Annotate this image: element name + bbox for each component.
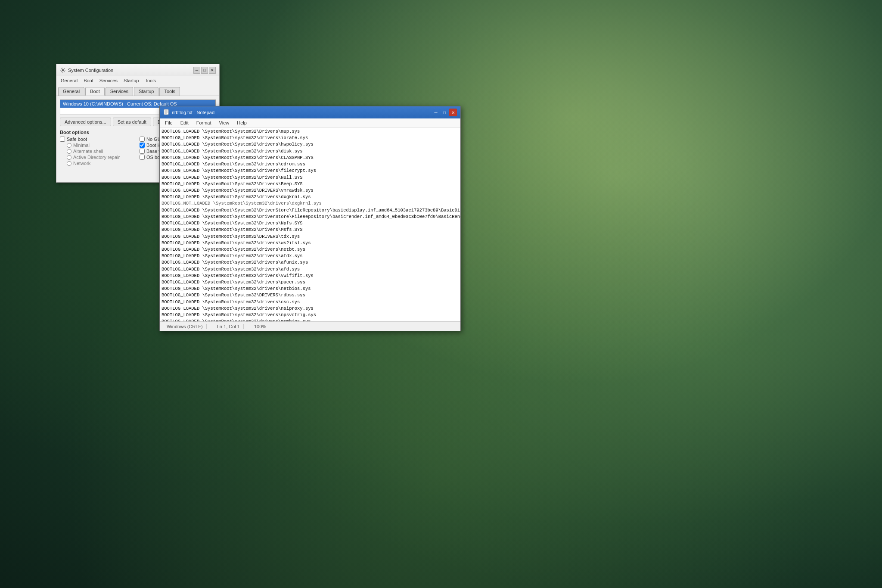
alternate-shell-label: Alternate shell [73,149,103,154]
log-line: BOOTLOG_LOADED \SystemRoot\system32\driv… [161,318,459,321]
safe-boot-row: Safe boot [60,137,136,142]
sysconfig-icon [60,67,66,73]
active-directory-row: Active Directory repair [60,155,136,160]
menu-boot[interactable]: Boot [81,77,96,84]
menu-services[interactable]: Services [97,77,120,84]
network-radio[interactable] [67,161,71,166]
minimal-label: Minimal [73,143,90,148]
sysconfig-titlebar: System Configuration ─ □ ✕ [56,64,219,76]
notepad-content[interactable]: BOOTLOG_LOADED \SystemRoot\System32\Driv… [160,128,460,321]
active-directory-radio[interactable] [67,155,71,160]
notepad-menu-file[interactable]: File [161,119,176,126]
log-line: BOOTLOG_LOADED \SystemRoot\system32\driv… [161,240,459,246]
minimize-button[interactable]: ─ [193,67,200,74]
statusbar-line-col: Ln 1, Col 1 [214,324,244,329]
log-line: BOOTLOG_LOADED \SystemRoot\System32\driv… [161,141,459,148]
active-directory-label: Active Directory repair [73,155,120,160]
log-line: BOOTLOG_LOADED \SystemRoot\System32\Driv… [161,227,459,233]
statusbar-zoom: 100% [251,324,270,329]
notepad-titlebar: ntbtlog.txt - Notepad ─ □ ✕ [160,106,460,118]
log-line: BOOTLOG_LOADED \SystemRoot\system32\DRIV… [161,233,459,240]
sysconfig-menubar: General Boot Services Startup Tools [56,76,219,85]
sysconfig-title: System Configuration [68,68,113,73]
log-line: BOOTLOG_LOADED \SystemRoot\System32\driv… [161,246,459,253]
minimal-row: Minimal [60,143,136,148]
menu-general[interactable]: General [58,77,80,84]
statusbar-encoding: Windows (CRLF) [163,324,207,329]
log-line: BOOTLOG_LOADED \SystemRoot\system32\driv… [161,299,459,305]
notepad-menu-edit[interactable]: Edit [177,119,192,126]
network-label: Network [73,161,90,166]
log-line: BOOTLOG_LOADED \SystemRoot\system32\driv… [161,259,459,266]
svg-point-0 [62,69,64,71]
tab-boot[interactable]: Boot [85,87,105,96]
notepad-controls: ─ □ ✕ [432,109,457,116]
notepad-menu-help[interactable]: Help [233,119,250,126]
log-line: BOOTLOG_LOADED \SystemRoot\system32\driv… [161,279,459,286]
log-line: BOOTLOG_LOADED \SystemRoot\system32\driv… [161,266,459,273]
tab-bar: General Boot Services Startup Tools [56,85,219,96]
log-line: BOOTLOG_LOADED \SystemRoot\system32\driv… [161,253,459,259]
notepad-menu-view[interactable]: View [216,119,233,126]
boot-log-checkbox[interactable] [140,143,145,148]
notepad-window: ntbtlog.txt - Notepad ─ □ ✕ File Edit Fo… [159,106,461,331]
log-line: BOOTLOG_LOADED \SystemRoot\System32\driv… [161,161,459,168]
log-line: BOOTLOG_LOADED \SystemRoot\System32\Driv… [161,207,459,214]
svg-rect-1 [164,109,168,115]
log-line: BOOTLOG_LOADED \SystemRoot\System32\Driv… [161,174,459,181]
boot-left: Safe boot Minimal Alternate shell Active… [60,137,136,167]
tab-startup[interactable]: Startup [134,87,158,96]
network-row: Network [60,161,136,166]
advanced-options-button[interactable]: Advanced options... [60,118,111,126]
log-line: BOOTLOG_LOADED \SystemRoot\system32\driv… [161,155,459,161]
minimal-radio[interactable] [67,143,71,148]
notepad-close-button[interactable]: ✕ [449,109,457,116]
log-line: BOOTLOG_LOADED \SystemRoot\System32\driv… [161,168,459,174]
notepad-title: ntbtlog.txt - Notepad [172,110,214,115]
notepad-minimize-button[interactable]: ─ [432,109,440,116]
log-line: BOOTLOG_LOADED \SystemRoot\system32\driv… [161,305,459,312]
tab-general[interactable]: General [58,87,84,96]
safe-boot-label: Safe boot [67,137,87,142]
alternate-shell-row: Alternate shell [60,149,136,154]
notepad-menu-format[interactable]: Format [193,119,215,126]
log-line: BOOTLOG_LOADED \SystemRoot\System32\Driv… [161,220,459,227]
tab-tools[interactable]: Tools [159,87,180,96]
tab-services[interactable]: Services [106,87,133,96]
log-line: BOOTLOG_LOADED \SystemRoot\System32\Driv… [161,214,459,220]
log-line: BOOTLOG_LOADED \SystemRoot\system32\driv… [161,135,459,141]
maximize-button[interactable]: □ [201,67,208,74]
log-line: BOOTLOG_LOADED \SystemRoot\system32\driv… [161,312,459,318]
set-default-button[interactable]: Set as default [113,118,151,126]
menu-startup[interactable]: Startup [121,77,141,84]
log-line: BOOTLOG_LOADED \SystemRoot\system32\driv… [161,148,459,155]
log-line: BOOTLOG_LOADED \SystemRoot\System32\driv… [161,194,459,200]
log-line: BOOTLOG_LOADED \SystemRoot\system32\driv… [161,286,459,292]
log-line: BOOTLOG_LOADED \SystemRoot\System32\Driv… [161,181,459,187]
log-line: BOOTLOG_LOADED \SystemRoot\System32\DRIV… [161,292,459,299]
close-button[interactable]: ✕ [209,67,216,74]
log-line: BOOTLOG_LOADED \SystemRoot\System32\DRIV… [161,187,459,194]
alternate-shell-radio[interactable] [67,149,71,154]
notepad-icon [163,109,169,116]
log-line: BOOTLOG_LOADED \SystemRoot\system32\driv… [161,273,459,279]
base-video-checkbox[interactable] [140,149,145,154]
notepad-maximize-button[interactable]: □ [441,109,448,116]
menu-tools[interactable]: Tools [142,77,158,84]
log-line: BOOTLOG_NOT_LOADED \SystemRoot\System32\… [161,200,459,207]
notepad-statusbar: Windows (CRLF) Ln 1, Col 1 100% [160,321,460,331]
safe-boot-checkbox[interactable] [60,137,65,142]
notepad-menubar: File Edit Format View Help [160,118,460,128]
os-boot-info-checkbox[interactable] [140,155,145,160]
no-gui-checkbox[interactable] [140,137,145,142]
log-line: BOOTLOG_LOADED \SystemRoot\System32\Driv… [161,128,459,135]
titlebar-controls: ─ □ ✕ [193,67,216,74]
